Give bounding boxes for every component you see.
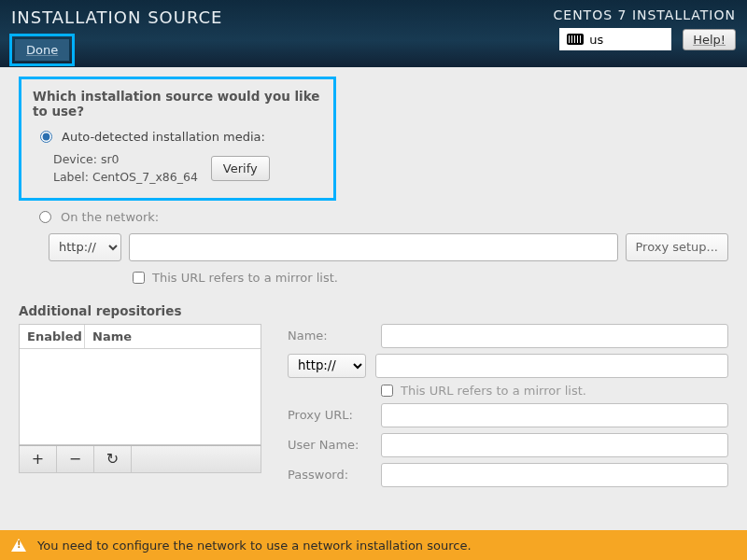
media-details: Device: sr0 Label: CentOS_7_x86_64 (53, 151, 198, 187)
auto-detect-callout: Which installation source would you like… (19, 77, 336, 201)
username-label: User Name: (288, 438, 372, 452)
help-button[interactable]: Help! (683, 29, 736, 50)
add-repo-button[interactable]: + (20, 446, 57, 472)
proxy-url-label: Proxy URL: (288, 408, 372, 422)
repo-url-input[interactable] (375, 354, 728, 378)
protocol-select[interactable]: http:// (49, 233, 121, 261)
mirror-list-label: This URL refers to a mirror list. (152, 271, 338, 285)
network-url-input[interactable] (129, 233, 618, 261)
mirror-list-checkbox[interactable] (133, 272, 145, 284)
install-subtitle: CENTOS 7 INSTALLATION (554, 7, 736, 22)
repo-mirror-checkbox[interactable] (381, 385, 393, 397)
col-enabled: Enabled (20, 325, 85, 348)
repo-form: Name: http:// This URL refers to a mirro… (288, 324, 728, 487)
username-input[interactable] (381, 433, 728, 457)
page-title: INSTALLATION SOURCE (11, 7, 222, 27)
refresh-repo-button[interactable]: ↻ (94, 446, 132, 472)
highlight-outline: Done (9, 34, 75, 66)
additional-repos-section: Additional repositories Enabled Name + −… (19, 303, 728, 487)
auto-detected-radio[interactable] (40, 131, 52, 143)
remove-repo-button[interactable]: − (57, 446, 94, 472)
repo-name-label: Name: (288, 329, 372, 343)
proxy-url-input[interactable] (381, 403, 728, 427)
password-input[interactable] (381, 463, 728, 487)
plus-icon: + (32, 450, 44, 468)
repo-table-toolbar: + − ↻ (19, 445, 261, 473)
verify-button[interactable]: Verify (211, 156, 270, 181)
done-button[interactable]: Done (14, 38, 70, 62)
repo-name-input[interactable] (381, 324, 728, 348)
keyboard-layout-label: us (589, 33, 603, 47)
main-content: Which installation source would you like… (0, 67, 747, 487)
refresh-icon: ↻ (106, 450, 119, 468)
media-label-label: Label: CentOS_7_x86_64 (53, 169, 198, 187)
warning-bar: You need to configure the network to use… (0, 530, 747, 560)
password-label: Password: (288, 468, 372, 482)
additional-repos-title: Additional repositories (19, 303, 728, 318)
keyboard-icon (567, 34, 584, 45)
col-name: Name (85, 325, 261, 348)
device-label: Device: sr0 (53, 151, 198, 169)
repo-table-container: Enabled Name + − ↻ (19, 324, 261, 473)
keyboard-layout-selector[interactable]: us (559, 28, 671, 50)
network-source-block: On the network: http:// Proxy setup... T… (39, 210, 728, 285)
network-label: On the network: (61, 210, 159, 224)
repo-protocol-select[interactable]: http:// (288, 354, 366, 378)
repo-table[interactable]: Enabled Name (19, 324, 261, 445)
proxy-setup-button[interactable]: Proxy setup... (626, 233, 729, 261)
network-radio[interactable] (39, 211, 51, 223)
warning-icon (11, 539, 26, 552)
auto-detected-label: Auto-detected installation media: (62, 130, 265, 144)
warning-text: You need to configure the network to use… (37, 539, 472, 553)
minus-icon: − (69, 450, 81, 468)
source-question: Which installation source would you like… (33, 89, 322, 119)
repo-mirror-label: This URL refers to a mirror list. (401, 384, 586, 398)
header-bar: INSTALLATION SOURCE Done CENTOS 7 INSTAL… (0, 0, 747, 67)
